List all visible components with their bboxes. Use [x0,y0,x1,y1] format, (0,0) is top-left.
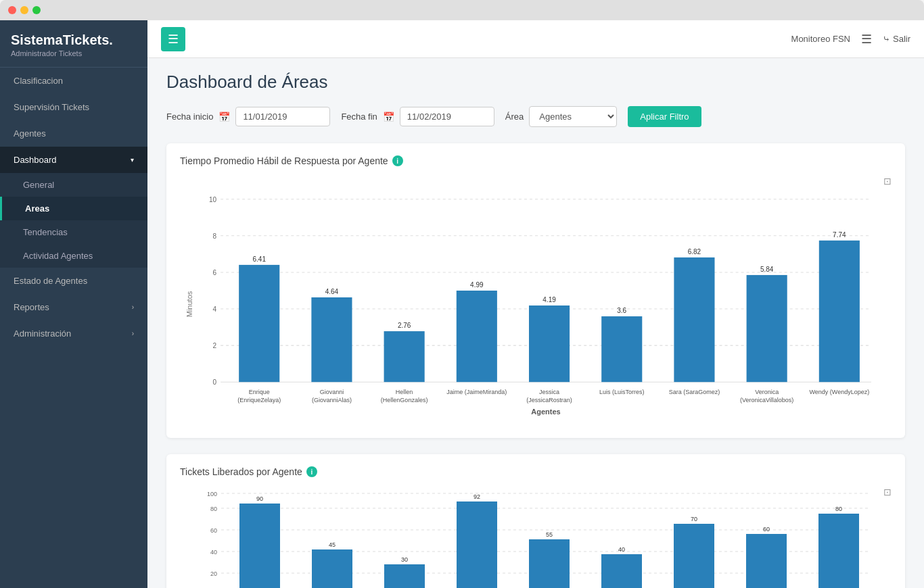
expand-icon-2[interactable]: ⊡ [883,487,892,497]
calendar-icon: 📅 [218,112,230,122]
chart1-area: ⊡ Minutos 0 2 4 [180,176,892,426]
svg-text:Agentes: Agentes [531,408,560,416]
svg-text:(JessicaRostran): (JessicaRostran) [526,397,572,403]
svg-text:60: 60 [763,526,770,533]
filter-area: Área Agentes Soporte Ventas Finanzas [505,106,617,127]
filter-fecha-inicio: Fecha inicio 📅 [166,107,330,126]
sidebar-item-clasificacion[interactable]: Clasificacion [0,68,147,94]
svg-text:40: 40 [618,546,625,553]
svg-text:Minutos: Minutos [185,291,193,317]
svg-text:100: 100 [207,491,217,497]
window-titlebar [0,0,924,20]
svg-text:3.6: 3.6 [617,307,626,314]
svg-text:Enrique: Enrique [249,389,270,395]
apply-filter-button[interactable]: Aplicar Filtro [628,106,701,127]
menu-toggle-button[interactable]: ☰ [161,27,185,51]
svg-text:8: 8 [213,232,217,240]
svg-text:6.82: 6.82 [688,248,701,255]
sidebar-item-supervision[interactable]: Supervisión Tickets [0,94,147,120]
svg-text:Wendy (WendyLopez): Wendy (WendyLopez) [809,389,869,395]
fecha-inicio-input[interactable] [235,107,330,126]
area-label: Área [505,112,524,122]
svg-text:Hellen: Hellen [396,389,413,395]
svg-text:80: 80 [210,506,217,512]
bar-veronica [747,275,787,382]
svg-text:60: 60 [210,527,217,534]
user-label: Monitoreo FSN [791,34,850,44]
sidebar-item-actividad[interactable]: Actividad Agentes [0,244,147,268]
bar-sara [674,258,714,382]
svg-text:2: 2 [213,342,217,349]
svg-text:Sara (SaraGomez): Sara (SaraGomez) [669,389,720,395]
svg-text:90: 90 [256,495,263,502]
svg-text:7.74: 7.74 [833,231,846,239]
svg-text:45: 45 [329,541,336,548]
bar2-hellen [384,564,425,588]
topbar: ☰ Monitoreo FSN ☰ ⤷ Salir [147,20,924,58]
sidebar-item-estado[interactable]: Estado de Agentes [0,268,147,294]
maximize-button[interactable] [32,6,41,14]
chart-tickets-liberados: Tickets Liberados por Agente i ⊡ 0 2 [166,454,905,588]
filter-fecha-fin: Fecha fin 📅 [341,107,494,126]
bar-jaime [457,291,497,382]
bar-jessica [529,305,570,382]
filter-row: Fecha inicio 📅 Fecha fin 📅 Área Agentes … [166,106,905,127]
info-icon-2: i [306,466,317,477]
bar2-jessica [529,539,570,588]
calendar-icon-2: 📅 [383,112,394,122]
minimize-button[interactable] [20,6,28,14]
sidebar: SistemaTickets. Administrador Tickets Cl… [0,20,147,588]
svg-text:(VeronicaVillalobos): (VeronicaVillalobos) [740,397,793,403]
brand-name: SistemaTickets. [11,32,137,48]
svg-text:Veronica: Veronica [755,389,779,395]
expand-icon[interactable]: ⊡ [883,176,892,187]
sidebar-logo: SistemaTickets. Administrador Tickets [0,20,147,68]
bar2-jaime [457,501,497,588]
bar2-giovanni [312,549,352,588]
sidebar-item-general[interactable]: General [0,173,147,197]
main-content: Dashboard de Áreas Fecha inicio 📅 Fecha … [147,58,924,588]
sidebar-nav: Clasificacion Supervisión Tickets Agente… [0,68,147,588]
svg-text:0: 0 [213,378,217,386]
sidebar-item-agentes[interactable]: Agentes [0,120,147,147]
brand-subtitle: Administrador Tickets [11,49,137,57]
svg-text:4.99: 4.99 [470,281,484,289]
bar-chart-svg-2: 0 20 40 60 80 100 90 Enrique 45 Giovan [180,487,892,588]
svg-text:Jaime (JaimeMiranda): Jaime (JaimeMiranda) [446,389,507,395]
fecha-fin-input[interactable] [400,107,494,126]
svg-text:6: 6 [213,269,217,276]
fecha-inicio-label: Fecha inicio [166,112,213,122]
hamburger-icon-button[interactable]: ☰ [861,32,872,47]
fecha-fin-label: Fecha fin [341,112,377,122]
chart1-title: Tiempo Promedio Hábil de Respuesta por A… [180,155,892,166]
sidebar-item-admin[interactable]: Administración › [0,320,147,347]
info-icon: i [392,155,403,166]
area-select[interactable]: Agentes Soporte Ventas Finanzas [529,106,617,127]
chart2-title: Tickets Liberados por Agente i [180,466,892,477]
chevron-right-icon: › [132,330,134,337]
bar2-wendy [818,514,859,588]
sidebar-item-reportes[interactable]: Reportes › [0,294,147,320]
chevron-down-icon: ▾ [131,156,134,164]
logout-icon: ⤷ [883,34,890,44]
bar2-luis [601,554,642,588]
chevron-right-icon: › [132,303,134,311]
sidebar-item-tendencias[interactable]: Tendencias [0,220,147,244]
svg-text:4: 4 [213,305,217,313]
sidebar-item-areas[interactable]: Areas [0,197,147,220]
sidebar-item-dashboard[interactable]: Dashboard ▾ [0,147,147,173]
bar-giovanni [311,297,352,382]
bar-luis [601,316,642,382]
close-button[interactable] [8,6,16,14]
svg-text:92: 92 [473,493,480,500]
svg-text:(EnriqueZelaya): (EnriqueZelaya) [237,397,281,403]
sidebar-submenu-dashboard: General Areas Tendencias Actividad Agent… [0,173,147,268]
logout-button[interactable]: ⤷ Salir [883,34,910,44]
bar-enrique [239,265,279,382]
svg-text:6.41: 6.41 [252,255,266,263]
bar-chart-svg-1: Minutos 0 2 4 6 8 10 [180,176,892,426]
bar-hellen [384,331,425,382]
svg-text:55: 55 [546,531,553,538]
svg-text:Giovanni: Giovanni [320,389,344,395]
svg-text:40: 40 [210,549,217,556]
